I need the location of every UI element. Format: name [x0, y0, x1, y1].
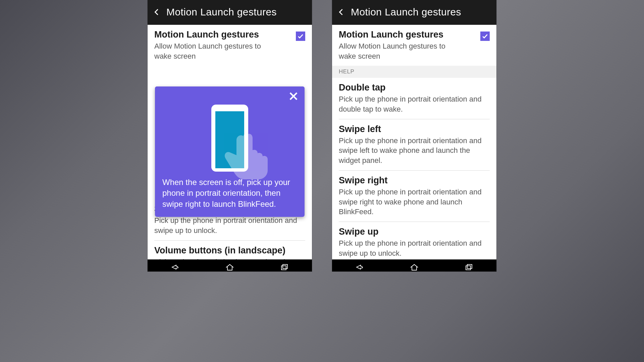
toggle-subtitle: Allow Motion Launch gestures to wake scr… [339, 41, 464, 61]
svg-rect-4 [466, 266, 471, 270]
motion-launch-toggle-row[interactable]: Motion Launch gestures Allow Motion Laun… [148, 25, 312, 66]
row-swipe-left[interactable]: Swipe left Pick up the phone in portrait… [332, 119, 496, 170]
phone-right: Motion Launch gestures Motion Launch ges… [332, 0, 496, 272]
row-volume[interactable]: Volume buttons (in landscape) Pick up th… [148, 241, 312, 259]
row-swipe-up[interactable]: Swipe up Pick up the phone in portrait o… [332, 222, 496, 259]
svg-rect-5 [467, 264, 472, 268]
navbar [148, 259, 312, 272]
content-left: Motion Launch gestures Allow Motion Laun… [148, 25, 312, 259]
row-title: Swipe left [339, 124, 490, 134]
back-icon[interactable] [153, 8, 160, 16]
row-title: Swipe right [339, 175, 490, 186]
section-help-label: HELP [332, 66, 496, 78]
row-title: Swipe up [339, 227, 490, 237]
navbar [332, 259, 496, 272]
nav-recent-icon[interactable] [464, 263, 474, 271]
illustration-hand-icon [221, 127, 272, 181]
toggle-checkbox[interactable] [296, 32, 305, 41]
page-title: Motion Launch gestures [351, 6, 461, 18]
svg-rect-3 [283, 264, 287, 268]
row-double-tap[interactable]: Double tap Pick up the phone in portrait… [332, 78, 496, 119]
row-sub: Pick up the phone in portrait orientatio… [339, 187, 490, 217]
row-sub: Pick up the phone in landscape orientati… [154, 257, 305, 259]
row-title: Volume buttons (in landscape) [154, 245, 305, 256]
nav-home-icon[interactable] [409, 263, 419, 271]
motion-launch-toggle-row[interactable]: Motion Launch gestures Allow Motion Laun… [332, 25, 496, 66]
close-icon[interactable] [288, 91, 299, 101]
row-sub: Pick up the phone in portrait orientatio… [339, 94, 490, 114]
titlebar: Motion Launch gestures [332, 0, 496, 25]
svg-rect-2 [281, 266, 286, 270]
nav-recent-icon[interactable] [279, 263, 289, 271]
phone-left: Motion Launch gestures Motion Launch ges… [148, 0, 312, 272]
toggle-subtitle: Allow Motion Launch gestures to wake scr… [154, 41, 279, 61]
row-sub: Pick up the phone in portrait orientatio… [339, 136, 490, 166]
row-sub: Pick up the phone in portrait orientatio… [154, 216, 305, 235]
overlay-illustration [155, 86, 305, 171]
content-right: Motion Launch gestures Allow Motion Laun… [332, 25, 496, 259]
toggle-title: Motion Launch gestures [339, 29, 464, 40]
toggle-title: Motion Launch gestures [154, 29, 279, 40]
overlay-card: When the screen is off, pick up your pho… [155, 86, 305, 217]
row-title: Double tap [339, 82, 490, 93]
nav-back-icon[interactable] [170, 263, 180, 271]
back-icon[interactable] [337, 8, 345, 16]
nav-back-icon[interactable] [355, 263, 365, 271]
row-sub: Pick up the phone in portrait orientatio… [339, 238, 490, 258]
titlebar: Motion Launch gestures [148, 0, 312, 25]
toggle-checkbox[interactable] [480, 32, 490, 41]
nav-home-icon[interactable] [225, 263, 235, 271]
page-title: Motion Launch gestures [166, 6, 277, 18]
row-swipe-right[interactable]: Swipe right Pick up the phone in portrai… [332, 171, 496, 222]
